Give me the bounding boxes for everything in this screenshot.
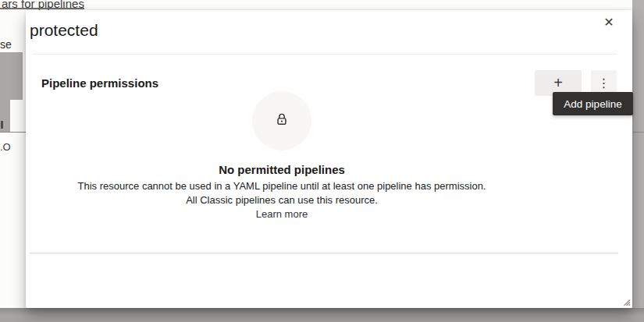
background-overlay: [632, 0, 644, 322]
background-overlay: [0, 308, 644, 322]
kebab-menu-icon: ⋮: [598, 76, 610, 90]
screen: ars for pipelines se .O protected ✕ Pipe…: [0, 0, 644, 322]
empty-state-line2: All Classic pipelines can use this resou…: [30, 193, 534, 207]
empty-state-icon-circle: [252, 91, 311, 150]
background-divider: [0, 8, 84, 9]
tooltip-label: Add pipeline: [564, 98, 621, 110]
background-divider: [0, 132, 26, 133]
empty-state: No permitted pipelines This resource can…: [30, 91, 534, 221]
close-icon: ✕: [603, 15, 614, 30]
learn-more-link[interactable]: Learn more: [256, 207, 308, 221]
title-divider: [33, 54, 617, 55]
background-divider: [632, 132, 644, 133]
background-panel: [0, 52, 23, 100]
resize-grip-icon[interactable]: [621, 295, 631, 305]
empty-state-line1: This resource cannot be used in a YAML p…: [30, 179, 534, 193]
plus-icon: +: [553, 74, 563, 92]
pipeline-permissions-panel: protected ✕ Pipeline permissions + ⋮ Add…: [26, 10, 632, 308]
background-text-fragment: se: [0, 38, 12, 51]
empty-state-title: No permitted pipelines: [30, 163, 534, 176]
content-footer-divider: [30, 253, 618, 253]
background-mark: [1, 121, 3, 129]
background-text-fragment: .O: [0, 141, 11, 153]
section-heading: Pipeline permissions: [41, 76, 158, 90]
panel-title: protected: [30, 21, 98, 40]
close-button[interactable]: ✕: [596, 10, 621, 34]
add-pipeline-tooltip: Add pipeline: [553, 92, 633, 115]
lock-icon: [275, 112, 289, 129]
